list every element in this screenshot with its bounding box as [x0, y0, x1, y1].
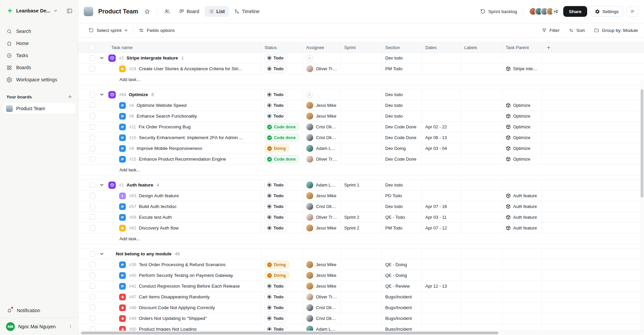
- dates-cell[interactable]: Apr 07 - 16: [422, 201, 461, 212]
- vertical-scrollbar[interactable]: [640, 80, 644, 331]
- task-parent-cell[interactable]: Auth feature: [502, 212, 542, 222]
- status-cell[interactable]: Todo: [261, 281, 303, 291]
- section-cell[interactable]: Dev Doing: [382, 143, 422, 154]
- dates-cell[interactable]: [422, 89, 461, 100]
- sprint-cell[interactable]: [341, 122, 382, 132]
- section-cell[interactable]: [382, 249, 422, 259]
- task-parent-chip[interactable]: Optimize: [506, 157, 530, 162]
- row-checkbox[interactable]: [90, 102, 95, 108]
- column-header-status[interactable]: Status: [261, 42, 303, 52]
- dates-cell[interactable]: [422, 302, 461, 313]
- task-parent-cell[interactable]: Auth feature: [502, 191, 542, 201]
- task-parent-cell[interactable]: [502, 313, 542, 324]
- assignee-cell[interactable]: Oliver Trace: [303, 154, 341, 164]
- assignee-cell[interactable]: Adam Levine: [303, 180, 341, 190]
- sidebar-item-notification[interactable]: Notification: [0, 303, 78, 318]
- sidebar-collapse-icon[interactable]: [66, 8, 73, 14]
- chevron-down-icon[interactable]: [99, 251, 104, 256]
- sort-button[interactable]: Sort: [569, 28, 585, 33]
- section-cell[interactable]: QE - Review: [382, 281, 422, 291]
- section-cell[interactable]: Bugs/Incident: [382, 302, 422, 313]
- section-cell[interactable]: Dev Code Done: [382, 122, 422, 132]
- sidebar-item-workspace-settings[interactable]: Workspace settings: [3, 74, 75, 85]
- assignee-cell[interactable]: Crist Oliver: [303, 122, 341, 132]
- select-sprint-dropdown[interactable]: Select sprint: [88, 28, 128, 33]
- status-cell[interactable]: Code done: [261, 122, 303, 132]
- section-cell[interactable]: PM Todo: [382, 223, 422, 233]
- column-header-labels[interactable]: Labels: [461, 42, 502, 52]
- row-checkbox[interactable]: [90, 214, 95, 220]
- share-button[interactable]: Share: [563, 6, 587, 17]
- status-pill[interactable]: Code done: [264, 134, 299, 141]
- task-name[interactable]: Optimize Website Speed: [137, 103, 186, 108]
- section-cell[interactable]: Dev Code Done: [382, 154, 422, 164]
- row-checkbox[interactable]: [90, 55, 95, 61]
- sprint-cell[interactable]: [341, 302, 382, 313]
- section-cell[interactable]: Dev todo: [382, 89, 422, 100]
- row-checkbox[interactable]: [90, 273, 95, 278]
- labels-cell[interactable]: [461, 143, 502, 154]
- sprint-cell[interactable]: [341, 89, 382, 100]
- assignee-cell[interactable]: Jessi Mike: [303, 111, 341, 121]
- group-by-button[interactable]: Group by: Module: [594, 28, 638, 33]
- fields-options-button[interactable]: Fields options: [139, 28, 175, 33]
- status-pill[interactable]: Todo: [264, 192, 287, 200]
- horizontal-scrollbar[interactable]: [78, 331, 644, 335]
- tab-timeline[interactable]: Timeline: [230, 6, 263, 17]
- sprint-cell[interactable]: [341, 259, 382, 270]
- tab-list[interactable]: List: [205, 6, 229, 17]
- column-header-task-parent[interactable]: Task Parent: [502, 42, 542, 52]
- status-cell[interactable]: Doing: [261, 143, 303, 154]
- status-pill[interactable]: Todo: [264, 181, 287, 189]
- labels-cell[interactable]: [461, 111, 502, 121]
- dates-cell[interactable]: [422, 100, 461, 111]
- task-parent-cell[interactable]: [502, 249, 542, 259]
- vertical-scrollbar-thumb[interactable]: [641, 89, 643, 198]
- task-parent-chip[interactable]: Optimize: [506, 135, 530, 140]
- section-cell[interactable]: QE - Doing: [382, 259, 422, 270]
- horizontal-scrollbar-thumb[interactable]: [81, 332, 498, 334]
- row-checkbox[interactable]: [90, 305, 95, 310]
- task-parent-chip[interactable]: Optimize: [506, 146, 530, 151]
- task-parent-cell[interactable]: [502, 259, 542, 270]
- dates-cell[interactable]: [422, 53, 461, 63]
- assignee-cell[interactable]: Jessi Mike: [303, 191, 341, 201]
- status-pill[interactable]: Todo: [264, 304, 287, 311]
- status-cell[interactable]: Todo: [261, 302, 303, 313]
- row-checkbox[interactable]: [90, 135, 95, 140]
- add-task-button[interactable]: Add task...: [78, 74, 644, 85]
- sidebar-item-search[interactable]: Search: [3, 26, 75, 37]
- assignee-cell[interactable]: Adam Levine: [303, 143, 341, 154]
- dates-cell[interactable]: Apr 08 - 13: [422, 132, 461, 143]
- status-pill[interactable]: Todo: [264, 213, 287, 221]
- sprint-cell[interactable]: [341, 313, 382, 324]
- add-task-button[interactable]: Add task...: [78, 234, 644, 244]
- column-header-task-name[interactable]: Task name: [78, 42, 261, 52]
- task-parent-cell[interactable]: Auth feature: [502, 201, 542, 212]
- task-parent-cell[interactable]: Optimize: [502, 132, 542, 143]
- status-pill[interactable]: Todo: [264, 112, 287, 120]
- labels-cell[interactable]: [461, 122, 502, 132]
- status-pill[interactable]: Todo: [264, 282, 287, 290]
- task-name[interactable]: Cart Items Disappearing Randomly: [139, 294, 210, 299]
- dates-cell[interactable]: Apr 07 - 12: [422, 223, 461, 233]
- assignee-cell[interactable]: Oliver Trace: [303, 64, 341, 74]
- sprint-cell[interactable]: [341, 201, 382, 212]
- task-name[interactable]: Enhance Search Functionality: [137, 114, 197, 119]
- section-cell[interactable]: Bugs/Incident: [382, 313, 422, 324]
- user-menu-icon[interactable]: [68, 324, 73, 329]
- task-name[interactable]: Discovery Auth flow: [139, 225, 179, 231]
- status-pill[interactable]: Doing: [264, 271, 289, 279]
- status-pill[interactable]: Doing: [264, 261, 289, 268]
- chevron-down-icon[interactable]: [99, 92, 104, 97]
- status-cell[interactable]: Doing: [261, 270, 303, 281]
- task-parent-cell[interactable]: [502, 180, 542, 190]
- dates-cell[interactable]: Apr 03 - 04: [422, 143, 461, 154]
- labels-cell[interactable]: [461, 223, 502, 233]
- status-cell[interactable]: Code done: [261, 132, 303, 143]
- dates-cell[interactable]: [422, 154, 461, 164]
- status-pill[interactable]: Todo: [264, 65, 287, 73]
- status-cell[interactable]: Todo: [261, 100, 303, 111]
- labels-cell[interactable]: [461, 100, 502, 111]
- labels-cell[interactable]: [461, 249, 502, 259]
